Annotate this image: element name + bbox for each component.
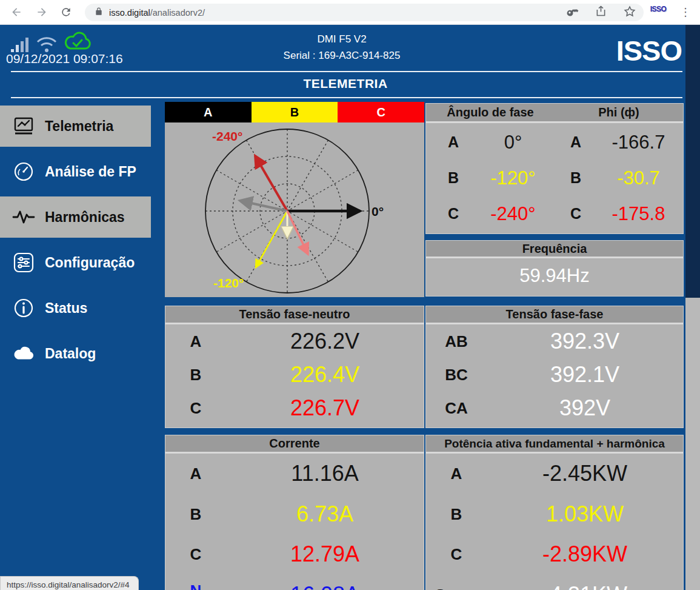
power-title: Potência ativa fundamental + harmônica [426,435,683,454]
current-n: 16.08A [226,582,424,590]
phi-title: Phi (ф) [555,106,683,119]
current-a: 11.16A [226,461,424,486]
isso-extension-icon[interactable]: ISSO [646,5,670,13]
row-label: A [165,466,226,481]
row-label: A [165,334,226,349]
row-label: C [552,205,600,223]
scrollbar-thumb[interactable] [685,25,700,298]
table-row: B -120° B -30.7 [432,160,677,196]
row-label: A [426,466,487,481]
row-label: A [432,133,475,151]
share-icon[interactable] [595,5,607,20]
angle-value-c: -240° [475,203,552,225]
waveform-icon [12,206,35,229]
device-serial: Serial : 169-A3C-914-825 [0,50,684,62]
device-info: DMI F5 V2 Serial : 169-A3C-914-825 [0,33,684,62]
phi-value-c: -175.8 [600,203,677,225]
voltage-ab: 392.3V [487,329,683,354]
sidebar-item-configuracao[interactable]: Configuração [0,242,151,283]
page-title: TELEMETRIA [0,76,691,91]
forward-button[interactable] [33,4,50,21]
table-row: C12.79A [165,534,424,575]
telemetry-page: 09/12/2021 09:07:16 DMI F5 V2 Serial : 1… [0,25,700,590]
sidebar-item-label: Telemetria [45,118,113,135]
row-label: B [432,169,475,187]
url-domain: isso.digital [109,8,150,18]
row-label: B [552,169,600,187]
phasor-label-minus120: -120° [213,276,244,290]
power-panel: Potência ativa fundamental + harmônica A… [425,435,684,590]
power-b: 1.03KW [487,501,683,527]
sidebar-item-analise-fp[interactable]: Análise de FP [0,151,151,192]
cloud-icon [12,342,35,365]
phasor-label-minus240: -240° [212,129,242,143]
table-row: CA392V [426,392,683,425]
row-label: B [165,506,226,522]
table-row: NCalculado 16.08A [165,575,424,590]
table-row: C-2.89KW [426,534,683,575]
voltage-ln-panel: Tensão fase-neutro A226.2V B226.4V C226.… [165,306,424,428]
legend-phase-b: B [252,102,338,122]
password-key-icon[interactable] [565,5,579,21]
table-row: B226.4V [165,358,424,391]
url-text: isso.digital/analisadorv2/ [109,8,205,18]
voltage-bc: 392.1V [487,362,683,387]
power-sum: -4.31KW [487,582,683,590]
voltage-ll-title: Tensão fase-fase [426,306,683,324]
gauge-icon [12,160,35,183]
back-button[interactable] [8,4,25,21]
phase-angle-title: Ângulo de fase [426,106,555,119]
sidebar-item-datalog[interactable]: Datalog [0,333,151,374]
header-divider-top [11,71,682,72]
table-row: A11.16A [165,454,424,494]
frequency-title: Frequência [426,241,683,258]
table-row: AB392.3V [426,324,683,358]
row-label: B [165,367,226,383]
current-b: 6.73A [226,501,424,527]
info-icon [12,297,35,320]
sidebar-item-telemetria[interactable]: Telemetria [0,106,151,147]
neutral-label: N [190,582,202,590]
row-label: C [165,546,226,562]
row-label: NCalculado [165,583,226,590]
sidebar-item-label: Datalog [45,346,96,362]
row-label: AB [426,334,487,349]
browser-toolbar: isso.digital/analisadorv2/ ISSO ⋮ [0,0,700,25]
legend-phase-c: C [338,102,424,122]
row-label: BC [426,367,487,383]
sidebar-item-status[interactable]: Status [0,287,151,329]
row-label: B [426,506,487,522]
isso-logo: ISSO [616,34,682,67]
current-c: 12.79A [226,541,424,567]
header-divider-bottom [11,97,682,98]
table-row: B1.03KW [426,494,683,535]
page-scrollbar[interactable] [685,25,700,590]
device-name: DMI F5 V2 [0,33,684,45]
row-label: Soma [426,587,487,590]
row-label: C [426,546,487,562]
voltage-b: 226.4V [226,362,424,387]
phasor-panel: A B C [165,102,424,297]
phi-value-b: -30.7 [600,167,677,189]
table-row: A226.2V [165,324,424,358]
bookmark-star-icon[interactable] [623,5,636,21]
sidebar-item-harmonicas[interactable]: Harmônicas [0,196,151,238]
telemetry-chart-icon [12,115,35,138]
table-row: A-2.45KW [426,454,683,494]
sidebar-item-label: Configuração [45,255,135,271]
frequency-panel: Frequência 59.94Hz [425,240,684,297]
table-row: A 0° A -166.7 [432,124,677,160]
current-title: Corrente [165,435,424,454]
phasor-label-zero: 0° [372,204,384,218]
url-path: /analisadorv2/ [150,8,205,18]
legend-phase-a: A [165,102,252,122]
sidebar-item-label: Harmônicas [45,209,125,226]
reload-button[interactable] [58,4,75,21]
phasor-legend: A B C [165,102,424,122]
power-a: -2.45KW [487,461,683,486]
current-panel: Corrente A11.16A B6.73A C12.79A NCalcula… [165,435,424,590]
table-row: C226.7V [165,392,424,425]
address-bar[interactable]: isso.digital/analisadorv2/ [85,4,644,21]
row-label: C [165,400,226,416]
browser-menu-icon[interactable]: ⋮ [678,3,693,21]
